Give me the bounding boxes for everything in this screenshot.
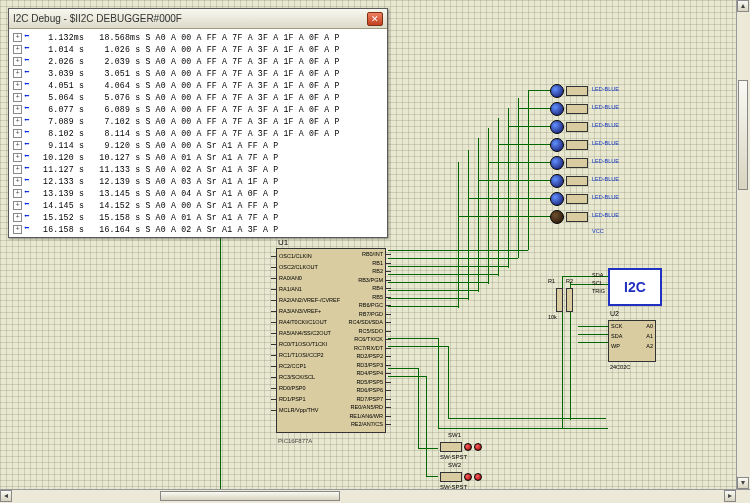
u1-pin-right: RD3/PSP3 [356, 362, 383, 368]
arrow-icon: ⬅ [24, 129, 36, 138]
sw2-button[interactable] [464, 473, 472, 481]
debug-log-row[interactable]: +⬅ 16.158 s 16.164 s S A0 A 02 A Sr A1 A… [13, 223, 383, 235]
led-label: LED-BLUE [592, 158, 619, 164]
expand-icon[interactable]: + [13, 33, 22, 42]
switch-sw1[interactable] [440, 442, 462, 452]
arrow-icon: ⬅ [24, 165, 36, 174]
vcc-label: VCC [592, 228, 604, 234]
debug-row-text: 8.102 s 8.114 s S A0 A 00 A FF A 7F A 3F… [38, 129, 340, 138]
resistor-r1[interactable] [556, 288, 563, 312]
led-d3 [550, 120, 564, 134]
u1-pin-left: MCLR/Vpp/THV [279, 407, 318, 413]
expand-icon[interactable]: + [13, 177, 22, 186]
scroll-down-button[interactable]: ▾ [737, 477, 749, 489]
scroll-left-button[interactable]: ◂ [0, 490, 12, 502]
scroll-right-button[interactable]: ▸ [724, 490, 736, 502]
debug-row-text: 15.152 s 15.158 s S A0 A 01 A Sr A1 A 7F… [38, 213, 278, 222]
u1-pin-left: RC1/T1OSI/CCP2 [279, 352, 324, 358]
arrow-icon: ⬅ [24, 45, 36, 54]
debug-log-row[interactable]: +⬅ 2.026 s 2.039 s S A0 A 00 A FF A 7F A… [13, 55, 383, 67]
debug-log-row[interactable]: +⬅ 6.077 s 6.089 s S A0 A 00 A FF A 7F A… [13, 103, 383, 115]
debug-log-row[interactable]: +⬅ 13.139 s 13.145 s S A0 A 04 A Sr A1 A… [13, 187, 383, 199]
u1-pin-left: RA5/AN4/SS/C2OUT [279, 330, 331, 336]
expand-icon[interactable]: + [13, 141, 22, 150]
i2c-pin-trig: TRIG [592, 288, 605, 294]
expand-icon[interactable]: + [13, 93, 22, 102]
led-label: LED-BLUE [592, 194, 619, 200]
expand-icon[interactable]: + [13, 117, 22, 126]
led-d8 [550, 210, 564, 224]
u2-part: 24C02C [610, 364, 630, 370]
expand-icon[interactable]: + [13, 69, 22, 78]
switch-sw2[interactable] [440, 472, 462, 482]
debug-log-row[interactable]: +⬅ 5.064 s 5.076 s S A0 A 00 A FF A 7F A… [13, 91, 383, 103]
led-d1 [550, 84, 564, 98]
sw2-ref: SW2 [448, 462, 461, 468]
debug-titlebar[interactable]: I2C Debug - $II2C DEBUGGER#000F ✕ [9, 9, 387, 29]
close-button[interactable]: ✕ [367, 12, 383, 26]
i2c-debugger-block[interactable]: I2C [608, 268, 662, 306]
debug-log-row[interactable]: +⬅ 1.132ms 18.568ms S A0 A 00 A FF A 7F … [13, 31, 383, 43]
u1-pin-left: OSC2/CLKOUT [279, 264, 318, 270]
u1-microcontroller[interactable]: OSC1/CLKINOSC2/CLKOUTRA0/AN0RA1/AN1RA2/A… [276, 248, 386, 433]
debug-log-row[interactable]: +⬅ 15.152 s 15.158 s S A0 A 01 A Sr A1 A… [13, 211, 383, 223]
sw2-button-2[interactable] [474, 473, 482, 481]
horizontal-scrollbar[interactable]: ◂ ▸ [0, 489, 750, 503]
u1-pin-left: RA2/AN2/VREF-/CVREF [279, 297, 340, 303]
debug-row-text: 2.026 s 2.039 s S A0 A 00 A FF A 7F A 3F… [38, 57, 340, 66]
scroll-up-button[interactable]: ▴ [737, 0, 749, 12]
expand-icon[interactable]: + [13, 213, 22, 222]
debug-row-text: 10.120 s 10.127 s S A0 A 01 A Sr A1 A 7F… [38, 153, 278, 162]
expand-icon[interactable]: + [13, 201, 22, 210]
debug-log-row[interactable]: +⬅ 4.051 s 4.064 s S A0 A 00 A FF A 7F A… [13, 79, 383, 91]
arrow-icon: ⬅ [24, 141, 36, 150]
vertical-scrollbar[interactable]: ▴ ▾ [736, 0, 750, 489]
expand-icon[interactable]: + [13, 129, 22, 138]
sw1-button-2[interactable] [474, 443, 482, 451]
scroll-thumb-h[interactable] [160, 491, 340, 501]
debug-log-row[interactable]: +⬅ 10.120 s 10.127 s S A0 A 01 A Sr A1 A… [13, 151, 383, 163]
debug-log-row[interactable]: +⬅ 14.145 s 14.152 s S A0 A 00 A Sr A1 A… [13, 199, 383, 211]
led-label: LED-BLUE [592, 104, 619, 110]
led-label: LED-BLUE [592, 140, 619, 146]
arrow-icon: ⬅ [24, 153, 36, 162]
debug-log-row[interactable]: +⬅ 7.089 s 7.102 s S A0 A 00 A FF A 7F A… [13, 115, 383, 127]
resistor-r2[interactable] [566, 288, 573, 312]
arrow-icon: ⬅ [24, 69, 36, 78]
scroll-thumb-v[interactable] [738, 80, 748, 190]
led-d4 [550, 138, 564, 152]
debug-log-row[interactable]: +⬅ 9.114 s 9.120 s S A0 A 00 A Sr A1 A F… [13, 139, 383, 151]
expand-icon[interactable]: + [13, 57, 22, 66]
sw1-button[interactable] [464, 443, 472, 451]
u1-pin-right: RB2 [372, 268, 383, 274]
i2c-debug-window[interactable]: I2C Debug - $II2C DEBUGGER#000F ✕ +⬅ 1.1… [8, 8, 388, 238]
expand-icon[interactable]: + [13, 105, 22, 114]
u1-pin-right: RD7/PSP7 [356, 396, 383, 402]
u1-pin-right: RD4/PSP4 [356, 370, 383, 376]
u2-ref: U2 [610, 310, 619, 317]
debug-log-row[interactable]: +⬅ 11.127 s 11.133 s S A0 A 02 A Sr A1 A… [13, 163, 383, 175]
debug-log-body[interactable]: +⬅ 1.132ms 18.568ms S A0 A 00 A FF A 7F … [9, 29, 387, 237]
expand-icon[interactable]: + [13, 165, 22, 174]
debug-row-text: 4.051 s 4.064 s S A0 A 00 A FF A 7F A 3F… [38, 81, 340, 90]
u1-pin-left: RA3/AN3/VREF+ [279, 308, 321, 314]
u1-pin-right: RB1 [372, 260, 383, 266]
debug-log-row[interactable]: +⬅ 3.039 s 3.051 s S A0 A 00 A FF A 7F A… [13, 67, 383, 79]
u2-eeprom[interactable]: SCK SDA WP A0 A1 A2 [608, 320, 656, 362]
expand-icon[interactable]: + [13, 81, 22, 90]
debug-row-text: 11.127 s 11.133 s S A0 A 02 A Sr A1 A 3F… [38, 165, 278, 174]
u1-pin-right: RB6/PGC [359, 302, 383, 308]
debug-log-row[interactable]: +⬅ 1.014 s 1.026 s S A0 A 00 A FF A 7F A… [13, 43, 383, 55]
expand-icon[interactable]: + [13, 225, 22, 234]
debug-row-text: 12.133 s 12.139 s S A0 A 03 A Sr A1 A 1F… [38, 177, 278, 186]
arrow-icon: ⬅ [24, 117, 36, 126]
expand-icon[interactable]: + [13, 45, 22, 54]
arrow-icon: ⬅ [24, 93, 36, 102]
u1-pin-left: RA0/AN0 [279, 275, 302, 281]
u1-pin-right: RB5 [372, 294, 383, 300]
expand-icon[interactable]: + [13, 153, 22, 162]
expand-icon[interactable]: + [13, 189, 22, 198]
i2c-pin-scl: SCL [592, 280, 603, 286]
debug-log-row[interactable]: +⬅ 8.102 s 8.114 s S A0 A 00 A FF A 7F A… [13, 127, 383, 139]
debug-log-row[interactable]: +⬅ 12.133 s 12.139 s S A0 A 03 A Sr A1 A… [13, 175, 383, 187]
